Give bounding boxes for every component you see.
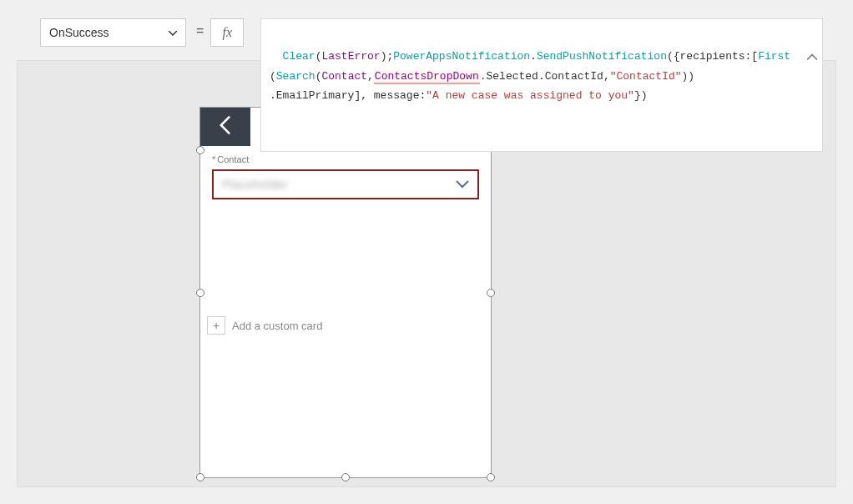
plus-icon: + (207, 316, 225, 335)
chevron-down-icon (169, 27, 177, 38)
dropdown-selected-value: Placeholder (222, 178, 288, 191)
selection-handle[interactable] (487, 289, 495, 297)
chevron-left-icon (220, 115, 231, 139)
selection-handle[interactable] (487, 473, 495, 481)
formula-bar[interactable]: Clear(LastError);PowerAppsNotification.S… (260, 18, 823, 152)
back-button[interactable] (200, 108, 250, 146)
fx-label: fx (223, 25, 233, 40)
contacts-dropdown[interactable]: Placeholder (212, 169, 479, 199)
property-dropdown-value: OnSuccess (49, 26, 109, 39)
equals-label: = (196, 23, 204, 38)
add-card-label: Add a custom card (232, 320, 322, 332)
selection-handle[interactable] (196, 146, 204, 154)
add-custom-card-button[interactable]: + Add a custom card (207, 316, 491, 335)
form-container[interactable]: *Contact Placeholder + Add a custom card (199, 107, 492, 478)
fx-button[interactable]: fx (210, 18, 244, 47)
required-asterisk: * (212, 154, 215, 164)
selection-handle[interactable] (196, 473, 204, 481)
collapse-caret-icon[interactable] (783, 31, 817, 85)
selection-handle[interactable] (196, 289, 204, 297)
selection-handle[interactable] (341, 473, 350, 481)
property-dropdown[interactable]: OnSuccess (40, 18, 186, 47)
field-label: *Contact (212, 154, 491, 164)
field-label-text: Contact (217, 154, 249, 164)
chevron-down-icon (456, 177, 469, 192)
